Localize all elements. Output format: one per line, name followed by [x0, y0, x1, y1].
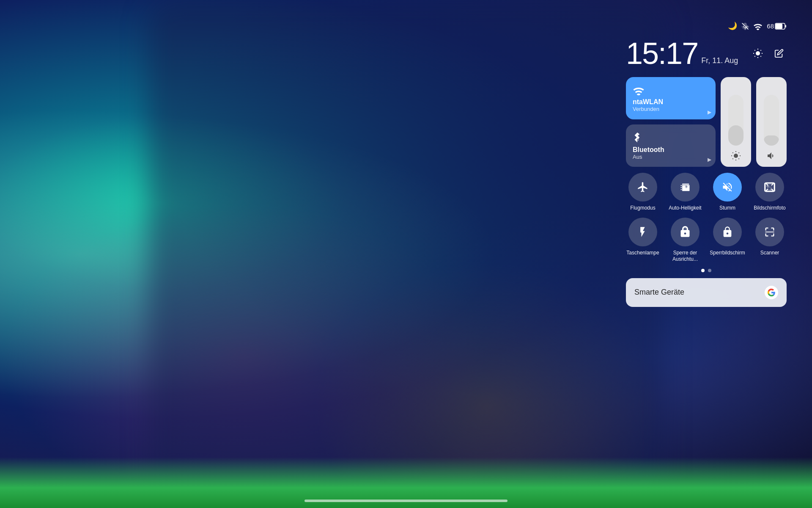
wifi-status-icon	[753, 22, 763, 30]
svg-point-5	[734, 154, 738, 158]
battery-level: 68	[767, 22, 774, 30]
flugmodus-icon	[628, 173, 657, 202]
wifi-tile-subtitle: Verbunden	[633, 106, 709, 112]
bildschirmfoto-icon	[755, 173, 784, 202]
smart-devices-label: Smarte Geräte	[634, 288, 684, 297]
bluetooth-tile[interactable]: Bluetooth Aus ▶	[626, 124, 716, 167]
dot-1[interactable]	[701, 269, 705, 272]
svg-rect-2	[776, 24, 782, 29]
dot-2[interactable]	[708, 269, 711, 272]
brightness-fill	[728, 125, 743, 146]
taschenlampe-icon	[628, 218, 657, 246]
brightness-slider-icon	[731, 150, 741, 161]
brightness-icon[interactable]	[750, 46, 765, 61]
page-dots	[626, 269, 787, 272]
volume-slider-icon	[766, 150, 776, 161]
auto-helligkeit-icon: A	[671, 173, 700, 202]
time-display: 15:17	[626, 38, 698, 69]
google-icon	[765, 286, 778, 299]
sperrbildschirm-icon	[713, 218, 742, 246]
sperre-ausrichtung-label: Sperre der Ausrichtu...	[668, 250, 702, 263]
sperre-ausrichtung-icon	[671, 218, 700, 246]
bluetooth-tile-icon	[633, 131, 709, 144]
smart-devices-bar[interactable]: Smarte Geräte	[626, 278, 787, 307]
auto-helligkeit-button[interactable]: A Auto-Helligkeit	[668, 173, 702, 212]
volume-fill	[764, 135, 779, 146]
svg-rect-3	[785, 25, 786, 28]
moon-icon: 🌙	[728, 21, 737, 30]
brightness-slider-tile[interactable]	[721, 77, 751, 167]
bluetooth-tile-title: Bluetooth	[633, 146, 709, 154]
bildschirmfoto-button[interactable]: Bildschirmfoto	[753, 173, 787, 212]
flugmodus-button[interactable]: Flugmodus	[626, 173, 660, 212]
tiles-left: ntaWLAN Verbunden ▶ Bluetooth Aus ▶	[626, 77, 716, 167]
bildschirmfoto-label: Bildschirmfoto	[754, 205, 785, 212]
svg-point-4	[756, 51, 760, 55]
bluetooth-tile-subtitle: Aus	[633, 154, 709, 160]
auto-helligkeit-label: Auto-Helligkeit	[669, 205, 701, 212]
header-icons	[750, 46, 787, 61]
scanner-label: Scanner	[760, 250, 779, 257]
edit-icon[interactable]	[771, 46, 787, 61]
quick-actions-row2: Taschenlampe Sperre der Ausrichtu...	[626, 218, 787, 263]
bg-device	[148, 0, 664, 508]
volume-track	[764, 95, 779, 146]
status-bar: 🌙 68	[728, 21, 787, 30]
sperrbildschirm-label: Sperrbildschirm	[710, 250, 745, 257]
scanner-icon	[755, 218, 784, 246]
scanner-button[interactable]: Scanner	[753, 218, 787, 263]
svg-text:A: A	[684, 185, 687, 190]
bluetooth-expand-icon: ▶	[708, 157, 711, 163]
battery-icon: 68	[767, 22, 787, 30]
quick-actions-row1: Flugmodus A Auto-Helligkeit Stumm	[626, 173, 787, 212]
sperre-ausrichtung-button[interactable]: Sperre der Ausrichtu...	[668, 218, 702, 263]
sperrbildschirm-button[interactable]: Sperrbildschirm	[710, 218, 744, 263]
control-center: 15:17 Fr, 11. Aug	[626, 38, 787, 307]
wifi-tile[interactable]: ntaWLAN Verbunden ▶	[626, 77, 716, 119]
brightness-track	[728, 95, 743, 146]
time-header: 15:17 Fr, 11. Aug	[626, 38, 787, 69]
wifi-tile-icon	[633, 84, 709, 96]
volume-slider-tile[interactable]	[756, 77, 787, 167]
date-display: Fr, 11. Aug	[701, 56, 738, 69]
stumm-icon	[713, 173, 742, 202]
home-indicator	[304, 500, 508, 502]
muted-icon	[741, 22, 749, 30]
taschenlampe-label: Taschenlampe	[626, 250, 659, 257]
stumm-button[interactable]: Stumm	[710, 173, 744, 212]
wifi-expand-icon: ▶	[708, 109, 711, 115]
tiles-section: ntaWLAN Verbunden ▶ Bluetooth Aus ▶	[626, 77, 787, 167]
stumm-label: Stumm	[719, 205, 735, 212]
wifi-tile-title: ntaWLAN	[633, 98, 709, 106]
flugmodus-label: Flugmodus	[630, 205, 655, 212]
taschenlampe-button[interactable]: Taschenlampe	[626, 218, 660, 263]
